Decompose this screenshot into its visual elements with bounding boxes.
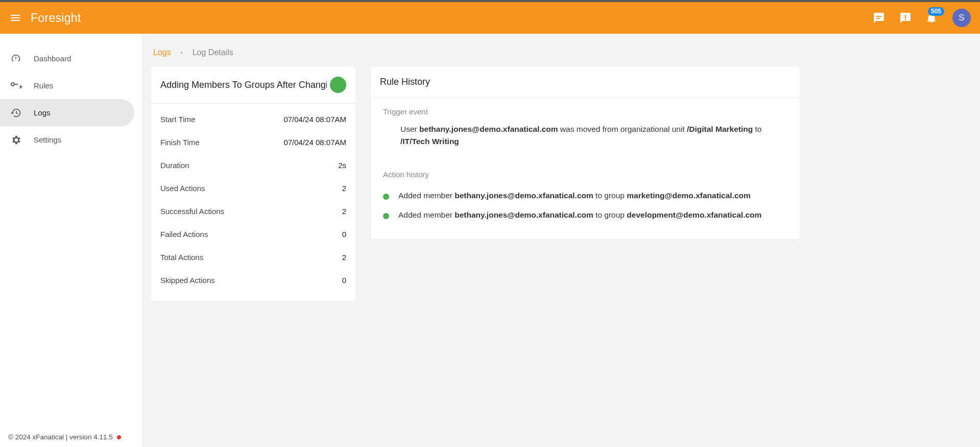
key-arrow-icon — [10, 80, 34, 91]
breadcrumb: Logs Log Details — [151, 34, 972, 66]
status-success-icon — [330, 77, 346, 93]
breadcrumb-current: Log Details — [193, 48, 233, 57]
chat-icon — [873, 12, 885, 24]
hamburger-icon — [9, 12, 21, 24]
sidebar-item-label: Rules — [34, 81, 53, 90]
feedback-icon — [899, 12, 912, 24]
value: 0 — [342, 276, 346, 285]
value: 07/04/24 08:07AM — [283, 115, 346, 124]
sidebar-item-label: Dashboard — [34, 54, 71, 63]
main-content: Logs Log Details Adding Members To Group… — [143, 34, 980, 447]
history-icon — [10, 107, 34, 119]
trigger-event-label: Trigger event — [383, 107, 787, 116]
sidebar-item-label: Settings — [34, 135, 61, 144]
success-dot-icon — [383, 213, 389, 219]
sidebar-item-dashboard[interactable]: Dashboard — [0, 45, 134, 72]
notifications-badge: 505 — [928, 7, 944, 16]
footer-text: © 2024 xFanatical | version 4.11.5 — [8, 433, 113, 441]
row-used-actions: Used Actions 2 — [160, 177, 346, 200]
sidebar-item-label: Logs — [34, 108, 51, 117]
summary-title: Adding Members To Groups After Changin — [160, 80, 327, 90]
sidebar-item-logs[interactable]: Logs — [0, 99, 134, 126]
value: 07/04/24 08:07AM — [283, 138, 346, 147]
avatar-button[interactable]: S — [952, 9, 971, 27]
value: 0 — [342, 230, 346, 239]
row-finish-time: Finish Time 07/04/24 08:07AM — [160, 131, 346, 154]
label: Used Actions — [160, 184, 205, 193]
label: Start Time — [160, 115, 195, 124]
label: Successful Actions — [160, 207, 224, 216]
history-title: Rule History — [380, 77, 791, 87]
sidebar-item-settings[interactable]: Settings — [0, 126, 134, 153]
history-card: Rule History Trigger event User bethany.… — [371, 66, 800, 239]
chat-button[interactable] — [873, 12, 885, 24]
value: 2 — [342, 207, 346, 216]
success-dot-icon — [383, 194, 389, 200]
label: Total Actions — [160, 253, 203, 262]
breadcrumb-logs-link[interactable]: Logs — [153, 48, 171, 57]
action-history-label: Action history — [383, 170, 787, 179]
label: Skipped Actions — [160, 276, 215, 285]
notifications-button[interactable]: 505 — [926, 12, 937, 23]
sidebar-item-rules[interactable]: Rules — [0, 72, 134, 99]
action-history-item: Added member bethany.jones@demo.xfanatic… — [383, 205, 787, 225]
sidebar: Dashboard Rules Logs Settings — [0, 34, 143, 447]
label: Duration — [160, 161, 189, 170]
trigger-event-text: User bethany.jones@demo.xfanatical.com w… — [400, 123, 787, 148]
row-start-time: Start Time 07/04/24 08:07AM — [160, 108, 346, 131]
feedback-button[interactable] — [899, 12, 912, 24]
row-failed-actions: Failed Actions 0 — [160, 223, 346, 246]
row-duration: Duration 2s — [160, 154, 346, 177]
gauge-icon — [10, 53, 34, 64]
sidebar-nav: Dashboard Rules Logs Settings — [0, 34, 142, 427]
row-skipped-actions: Skipped Actions 0 — [160, 269, 346, 292]
label: Failed Actions — [160, 230, 208, 239]
row-total-actions: Total Actions 2 — [160, 246, 346, 269]
sidebar-footer: © 2024 xFanatical | version 4.11.5 — [0, 427, 142, 447]
brand-title: Foresight — [31, 11, 81, 25]
status-dot-icon — [117, 435, 121, 439]
avatar-letter: S — [959, 13, 964, 23]
action-history-item: Added member bethany.jones@demo.xfanatic… — [383, 186, 787, 205]
value: 2s — [338, 161, 346, 170]
value: 2 — [342, 253, 346, 262]
summary-card: Adding Members To Groups After Changin S… — [151, 66, 355, 301]
gear-icon — [10, 134, 34, 146]
label: Finish Time — [160, 138, 200, 147]
app-header: Foresight 505 S — [0, 0, 980, 34]
svg-point-0 — [11, 83, 14, 86]
chevron-right-icon — [179, 50, 184, 55]
hamburger-menu-button[interactable] — [9, 12, 21, 24]
value: 2 — [342, 184, 346, 193]
row-successful-actions: Successful Actions 2 — [160, 200, 346, 223]
